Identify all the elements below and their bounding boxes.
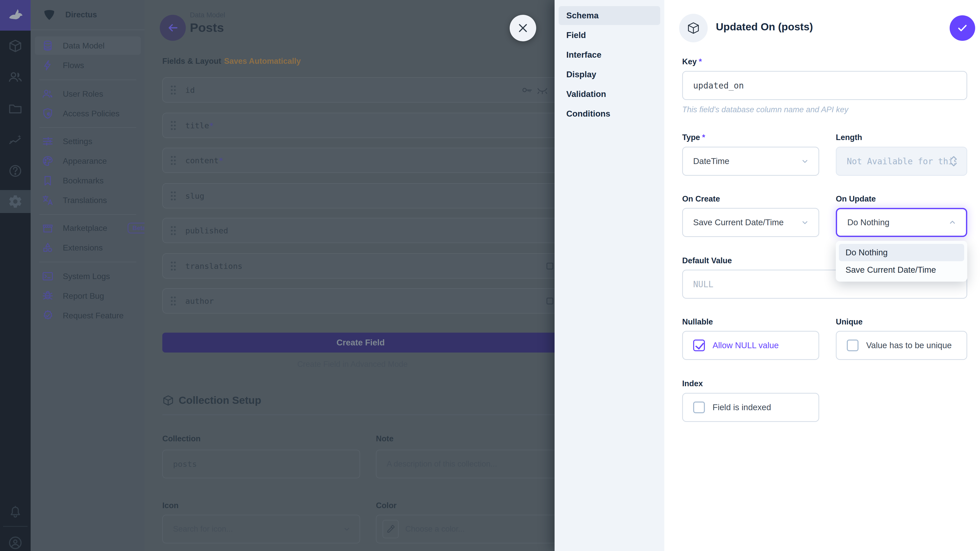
tab-conditions[interactable]: Conditions	[558, 104, 660, 123]
sidebar-item-marketplace[interactable]: Marketplace Beta	[35, 219, 141, 237]
drag-handle-icon[interactable]	[170, 260, 177, 272]
required-star: *	[699, 57, 702, 66]
module-files-button[interactable]	[0, 96, 30, 121]
unique-checkbox-card[interactable]: Value has to be unique	[836, 331, 967, 360]
notifications-button[interactable]	[0, 499, 30, 525]
directus-logo[interactable]	[0, 0, 30, 30]
breadcrumb[interactable]: Data Model	[190, 11, 225, 19]
sidebar-item-extensions[interactable]: Extensions	[35, 238, 141, 257]
sidebar-item-flows[interactable]: Flows	[35, 56, 141, 75]
drag-handle-icon[interactable]	[170, 225, 177, 236]
checkbox-unchecked-icon[interactable]	[847, 340, 859, 351]
type-label: Type*	[682, 133, 705, 142]
shapes-icon	[42, 242, 54, 254]
field-row-published[interactable]: published	[162, 218, 559, 243]
menu-option-save-current-datetime[interactable]: Save Current Date/Time	[839, 261, 964, 279]
required-star: *	[209, 121, 214, 130]
module-content-button[interactable]	[0, 33, 30, 59]
index-checkbox-label[interactable]: Field is indexed	[713, 403, 771, 412]
module-users-button[interactable]	[0, 64, 30, 90]
color-value-input[interactable]	[399, 524, 558, 534]
tab-label: Validation	[566, 89, 606, 99]
relational-field-icon	[546, 261, 556, 271]
key-input[interactable]	[682, 71, 967, 100]
sidebar-item-request-feature[interactable]: Request Feature	[35, 306, 141, 325]
database-icon	[42, 40, 54, 52]
length-value-input	[837, 156, 966, 166]
sidebar-item-appearance[interactable]: Appearance	[35, 152, 141, 170]
field-row-translations[interactable]: translations	[162, 253, 559, 279]
module-insights-button[interactable]	[0, 127, 30, 152]
sidebar-item-settings[interactable]: Settings	[35, 132, 141, 151]
note-input[interactable]	[376, 450, 559, 478]
index-checkbox-card[interactable]: Field is indexed	[682, 393, 819, 422]
sidebar-item-user-roles[interactable]: User Roles	[35, 85, 141, 103]
drag-handle-icon[interactable]	[170, 84, 177, 96]
help-icon	[8, 164, 22, 178]
module-bar-divider	[3, 526, 27, 527]
sidebar-item-report-bug[interactable]: Report Bug	[35, 287, 141, 305]
checkbox-checked-icon[interactable]	[693, 340, 705, 351]
user-menu-button[interactable]	[0, 530, 30, 551]
module-help-button[interactable]	[0, 158, 30, 184]
tab-label: Interface	[566, 50, 601, 60]
field-row-id[interactable]: id	[162, 77, 559, 103]
sidebar-item-translations[interactable]: Translations	[35, 191, 141, 210]
type-select[interactable]: DateTime	[682, 147, 819, 176]
on-create-select[interactable]: Save Current Date/Time	[682, 208, 819, 237]
drag-handle-icon[interactable]	[170, 295, 177, 306]
drag-handle-icon[interactable]	[170, 120, 177, 131]
menu-option-do-nothing[interactable]: Do Nothing	[839, 244, 964, 261]
drag-handle-icon[interactable]	[170, 190, 177, 202]
advanced-mode-link[interactable]: Create Field in Advanced Mode	[145, 360, 560, 369]
tab-schema[interactable]: Schema	[558, 6, 660, 25]
color-picker[interactable]	[376, 515, 559, 543]
tab-validation[interactable]: Validation	[558, 85, 660, 103]
sidebar-item-label: Translations	[63, 196, 107, 205]
checkbox-unchecked-icon[interactable]	[693, 402, 705, 413]
drag-handle-icon[interactable]	[170, 155, 177, 166]
icon-select[interactable]	[162, 515, 360, 543]
field-row-slug[interactable]: slug	[162, 183, 559, 208]
module-settings-button[interactable]	[0, 190, 30, 213]
unique-label: Unique	[836, 318, 862, 327]
sidebar-item-bookmarks[interactable]: Bookmarks	[35, 171, 141, 190]
note-text-input[interactable]	[376, 459, 558, 468]
sidebar-item-system-logs[interactable]: System Logs	[35, 267, 141, 286]
field-row-title[interactable]: title*	[162, 113, 559, 138]
tab-interface[interactable]: Interface	[558, 45, 660, 64]
chevron-down-icon	[342, 524, 352, 534]
icon-search-input[interactable]	[163, 524, 360, 534]
save-button[interactable]	[950, 15, 975, 41]
tab-display[interactable]: Display	[558, 65, 660, 84]
sidebar-item-access-policies[interactable]: Access Policies	[35, 104, 141, 123]
stepper-icon	[948, 153, 959, 169]
nullable-checkbox-card[interactable]: Allow NULL value	[682, 331, 819, 360]
back-button[interactable]	[160, 15, 186, 41]
nullable-label: Nullable	[682, 318, 713, 327]
note-label: Note	[376, 434, 393, 443]
on-create-label: On Create	[682, 194, 720, 203]
bell-icon	[8, 505, 22, 519]
nav-divider	[39, 214, 136, 215]
gear-icon	[8, 194, 23, 209]
field-row-author[interactable]: author	[162, 288, 559, 313]
create-field-button[interactable]: Create Field	[162, 333, 559, 353]
field-name: id	[185, 86, 195, 95]
on-update-value: Do Nothing	[847, 218, 889, 227]
close-drawer-button[interactable]	[510, 15, 536, 41]
project-header[interactable]: Directus	[30, 0, 145, 30]
sidebar-item-data-model[interactable]: Data Model	[35, 37, 141, 55]
nullable-checkbox-label[interactable]: Allow NULL value	[713, 341, 779, 350]
tab-field[interactable]: Field	[558, 26, 660, 44]
eyedropper-icon[interactable]	[383, 520, 399, 538]
field-name: published	[185, 226, 228, 235]
field-row-content[interactable]: content*	[162, 148, 559, 173]
user-avatar-icon	[8, 535, 23, 551]
on-update-select[interactable]: Do Nothing	[836, 208, 967, 237]
unique-checkbox-label[interactable]: Value has to be unique	[866, 341, 952, 350]
on-update-label: On Update	[836, 194, 876, 203]
key-value-input[interactable]	[683, 81, 966, 91]
sidebar-item-label: Settings	[63, 137, 92, 146]
arrow-left-icon	[167, 22, 179, 34]
